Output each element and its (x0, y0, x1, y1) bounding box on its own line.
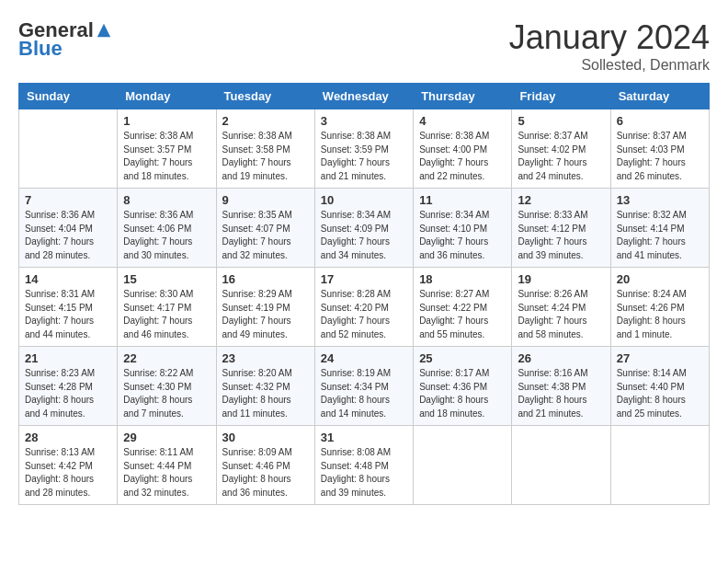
day-info: Sunrise: 8:37 AM Sunset: 4:02 PM Dayligh… (518, 130, 604, 183)
weekday-header: Thursday (414, 84, 512, 109)
calendar-header-row: SundayMondayTuesdayWednesdayThursdayFrid… (19, 84, 710, 109)
day-info: Sunrise: 8:29 AM Sunset: 4:19 PM Dayligh… (222, 288, 309, 341)
day-number: 12 (518, 193, 604, 207)
location: Sollested, Denmark (509, 57, 710, 74)
day-info: Sunrise: 8:34 AM Sunset: 4:09 PM Dayligh… (321, 209, 407, 262)
calendar-cell: 30Sunrise: 8:09 AM Sunset: 4:46 PM Dayli… (216, 426, 314, 505)
day-number: 23 (222, 351, 309, 365)
day-number: 18 (419, 272, 506, 286)
day-info: Sunrise: 8:37 AM Sunset: 4:03 PM Dayligh… (617, 130, 703, 183)
calendar-cell: 21Sunrise: 8:23 AM Sunset: 4:28 PM Dayli… (19, 347, 118, 426)
calendar-cell: 31Sunrise: 8:08 AM Sunset: 4:48 PM Dayli… (314, 426, 413, 505)
calendar-week-row: 7Sunrise: 8:36 AM Sunset: 4:04 PM Daylig… (19, 189, 710, 268)
weekday-header: Friday (512, 84, 610, 109)
day-number: 31 (321, 431, 407, 444)
day-info: Sunrise: 8:09 AM Sunset: 4:46 PM Dayligh… (222, 446, 309, 500)
weekday-header: Tuesday (216, 84, 314, 109)
day-number: 21 (25, 351, 111, 365)
calendar-cell: 24Sunrise: 8:19 AM Sunset: 4:34 PM Dayli… (314, 347, 413, 426)
day-info: Sunrise: 8:33 AM Sunset: 4:12 PM Dayligh… (518, 209, 604, 262)
day-number: 14 (25, 272, 111, 286)
day-number: 5 (518, 114, 604, 128)
calendar-cell: 13Sunrise: 8:32 AM Sunset: 4:14 PM Dayli… (610, 189, 709, 268)
day-number: 1 (123, 114, 210, 128)
day-info: Sunrise: 8:38 AM Sunset: 3:59 PM Dayligh… (321, 130, 407, 183)
calendar-cell: 29Sunrise: 8:11 AM Sunset: 4:44 PM Dayli… (118, 426, 216, 505)
day-info: Sunrise: 8:35 AM Sunset: 4:07 PM Dayligh… (222, 209, 309, 262)
day-number: 6 (617, 114, 703, 128)
day-info: Sunrise: 8:14 AM Sunset: 4:40 PM Dayligh… (617, 367, 703, 420)
day-info: Sunrise: 8:17 AM Sunset: 4:36 PM Dayligh… (419, 367, 506, 420)
day-number: 3 (321, 114, 407, 128)
weekday-header: Saturday (610, 84, 709, 109)
day-info: Sunrise: 8:20 AM Sunset: 4:32 PM Dayligh… (222, 367, 309, 420)
day-number: 30 (222, 431, 309, 444)
calendar-table: SundayMondayTuesdayWednesdayThursdayFrid… (18, 83, 710, 505)
day-number: 16 (222, 272, 309, 286)
day-info: Sunrise: 8:38 AM Sunset: 3:58 PM Dayligh… (222, 130, 309, 183)
calendar-cell: 14Sunrise: 8:31 AM Sunset: 4:15 PM Dayli… (19, 268, 118, 347)
calendar-cell: 7Sunrise: 8:36 AM Sunset: 4:04 PM Daylig… (19, 189, 118, 268)
day-number: 27 (617, 351, 703, 365)
month-title: January 2024 (509, 18, 710, 57)
day-info: Sunrise: 8:26 AM Sunset: 4:24 PM Dayligh… (518, 288, 604, 341)
title-block: January 2024 Sollested, Denmark (509, 18, 710, 74)
day-info: Sunrise: 8:30 AM Sunset: 4:17 PM Dayligh… (123, 288, 210, 341)
day-info: Sunrise: 8:08 AM Sunset: 4:48 PM Dayligh… (321, 446, 407, 500)
day-info: Sunrise: 8:28 AM Sunset: 4:20 PM Dayligh… (321, 288, 407, 341)
day-number: 8 (123, 193, 210, 207)
day-info: Sunrise: 8:38 AM Sunset: 3:57 PM Dayligh… (123, 130, 210, 183)
calendar-cell: 26Sunrise: 8:16 AM Sunset: 4:38 PM Dayli… (512, 347, 610, 426)
calendar-cell: 17Sunrise: 8:28 AM Sunset: 4:20 PM Dayli… (314, 268, 413, 347)
day-info: Sunrise: 8:27 AM Sunset: 4:22 PM Dayligh… (419, 288, 506, 341)
calendar-cell: 27Sunrise: 8:14 AM Sunset: 4:40 PM Dayli… (610, 347, 709, 426)
day-number: 7 (25, 193, 111, 207)
calendar-cell: 1Sunrise: 8:38 AM Sunset: 3:57 PM Daylig… (118, 109, 216, 189)
calendar-cell: 4Sunrise: 8:38 AM Sunset: 4:00 PM Daylig… (414, 109, 512, 189)
day-info: Sunrise: 8:38 AM Sunset: 4:00 PM Dayligh… (419, 130, 506, 183)
calendar-cell: 8Sunrise: 8:36 AM Sunset: 4:06 PM Daylig… (118, 189, 216, 268)
calendar-cell (610, 426, 709, 505)
calendar-cell: 3Sunrise: 8:38 AM Sunset: 3:59 PM Daylig… (314, 109, 413, 189)
day-number: 10 (321, 193, 407, 207)
calendar-cell: 19Sunrise: 8:26 AM Sunset: 4:24 PM Dayli… (512, 268, 610, 347)
day-info: Sunrise: 8:24 AM Sunset: 4:26 PM Dayligh… (617, 288, 703, 341)
page-header: General Blue January 2024 Sollested, Den… (18, 18, 710, 74)
day-info: Sunrise: 8:11 AM Sunset: 4:44 PM Dayligh… (123, 446, 210, 500)
logo-icon (96, 22, 112, 39)
calendar-cell: 25Sunrise: 8:17 AM Sunset: 4:36 PM Dayli… (414, 347, 512, 426)
calendar-week-row: 1Sunrise: 8:38 AM Sunset: 3:57 PM Daylig… (19, 109, 710, 189)
calendar-cell: 16Sunrise: 8:29 AM Sunset: 4:19 PM Dayli… (216, 268, 314, 347)
day-number: 2 (222, 114, 309, 128)
calendar-cell: 6Sunrise: 8:37 AM Sunset: 4:03 PM Daylig… (610, 109, 709, 189)
svg-marker-0 (97, 24, 110, 37)
day-info: Sunrise: 8:23 AM Sunset: 4:28 PM Dayligh… (25, 367, 111, 420)
calendar-week-row: 28Sunrise: 8:13 AM Sunset: 4:42 PM Dayli… (19, 426, 710, 505)
day-number: 17 (321, 272, 407, 286)
day-number: 13 (617, 193, 703, 207)
day-number: 9 (222, 193, 309, 207)
calendar-week-row: 14Sunrise: 8:31 AM Sunset: 4:15 PM Dayli… (19, 268, 710, 347)
day-number: 20 (617, 272, 703, 286)
day-info: Sunrise: 8:36 AM Sunset: 4:06 PM Dayligh… (123, 209, 210, 262)
day-info: Sunrise: 8:31 AM Sunset: 4:15 PM Dayligh… (25, 288, 111, 341)
day-number: 25 (419, 351, 506, 365)
day-number: 11 (419, 193, 506, 207)
weekday-header: Sunday (19, 84, 118, 109)
calendar-cell: 22Sunrise: 8:22 AM Sunset: 4:30 PM Dayli… (118, 347, 216, 426)
day-number: 22 (123, 351, 210, 365)
calendar-cell: 11Sunrise: 8:34 AM Sunset: 4:10 PM Dayli… (414, 189, 512, 268)
calendar-cell: 10Sunrise: 8:34 AM Sunset: 4:09 PM Dayli… (314, 189, 413, 268)
calendar-week-row: 21Sunrise: 8:23 AM Sunset: 4:28 PM Dayli… (19, 347, 710, 426)
day-number: 24 (321, 351, 407, 365)
day-number: 15 (123, 272, 210, 286)
calendar-cell: 23Sunrise: 8:20 AM Sunset: 4:32 PM Dayli… (216, 347, 314, 426)
day-info: Sunrise: 8:36 AM Sunset: 4:04 PM Dayligh… (25, 209, 111, 262)
weekday-header: Wednesday (314, 84, 413, 109)
day-info: Sunrise: 8:34 AM Sunset: 4:10 PM Dayligh… (419, 209, 506, 262)
day-number: 29 (123, 431, 210, 444)
day-info: Sunrise: 8:16 AM Sunset: 4:38 PM Dayligh… (518, 367, 604, 420)
calendar-cell (512, 426, 610, 505)
logo-blue-text: Blue (18, 37, 63, 61)
calendar-cell: 12Sunrise: 8:33 AM Sunset: 4:12 PM Dayli… (512, 189, 610, 268)
